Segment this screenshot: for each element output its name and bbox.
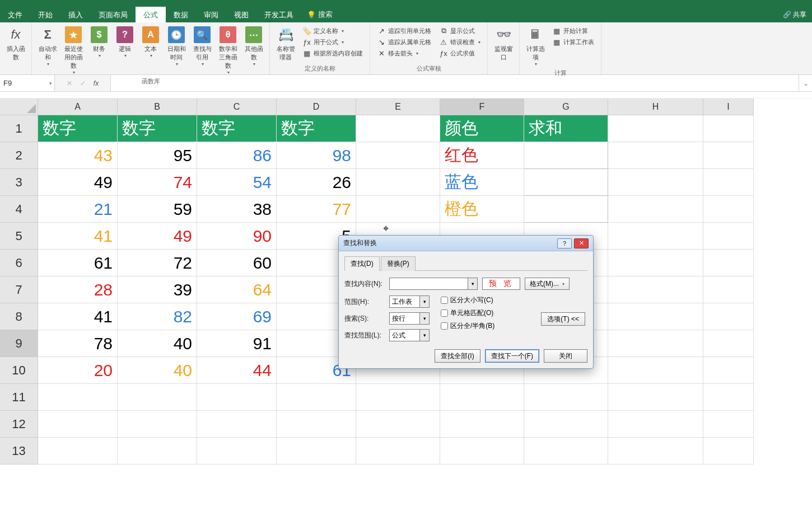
- find-what-input[interactable]: [389, 278, 468, 290]
- cell-C11[interactable]: [197, 384, 277, 411]
- cell-B7[interactable]: 39: [118, 276, 197, 303]
- tab-home[interactable]: 开始: [30, 7, 60, 22]
- cell-B3[interactable]: 74: [118, 169, 197, 196]
- watch-window-button[interactable]: 👓 监视窗口: [491, 25, 516, 72]
- expand-formula-bar-icon[interactable]: ⌄: [799, 75, 812, 91]
- match-byte-checkbox[interactable]: 区分全/半角(B): [441, 321, 494, 331]
- cell-I6[interactable]: [703, 250, 754, 276]
- name-manager-button[interactable]: 📇 名称管理器: [273, 25, 298, 63]
- cell-H4[interactable]: [608, 196, 703, 223]
- cell-G12[interactable]: [524, 411, 608, 438]
- cell-C8[interactable]: 69: [197, 303, 277, 330]
- cell-F4[interactable]: 橙色: [440, 196, 524, 223]
- cell-E11[interactable]: [356, 384, 440, 411]
- cell-A7[interactable]: 28: [38, 276, 118, 303]
- cell-A2[interactable]: 43: [38, 142, 118, 169]
- cell-I9[interactable]: [703, 330, 754, 357]
- row-header-2[interactable]: 2: [0, 142, 38, 169]
- cell-E13[interactable]: [356, 438, 440, 465]
- cell-C12[interactable]: [197, 411, 277, 438]
- cell-F2[interactable]: 红色: [440, 142, 524, 169]
- recent-functions-button[interactable]: ★ 最近使用的函数▾: [61, 25, 86, 76]
- find-what-dropdown[interactable]: ▾: [468, 278, 478, 290]
- col-header-D[interactable]: D: [277, 98, 356, 115]
- cell-B9[interactable]: 40: [118, 330, 197, 357]
- cell-A6[interactable]: 61: [38, 250, 118, 276]
- cell-H6[interactable]: [608, 250, 703, 276]
- tell-me-search[interactable]: 💡 搜索: [301, 7, 338, 22]
- row-header-12[interactable]: 12: [0, 411, 38, 438]
- find-next-button[interactable]: 查找下一个(F): [485, 349, 539, 363]
- calculate-now-button[interactable]: ▦开始计算: [551, 26, 595, 36]
- cell-C3[interactable]: 54: [197, 169, 277, 196]
- find-tab[interactable]: 查找(D): [344, 256, 380, 271]
- remove-arrows-button[interactable]: ✕移去箭头▾: [376, 48, 432, 58]
- cell-C6[interactable]: 60: [197, 250, 277, 276]
- cell-I12[interactable]: [703, 411, 754, 438]
- cell-G11[interactable]: [524, 384, 608, 411]
- tab-file[interactable]: 文件: [0, 7, 30, 22]
- select-all-corner[interactable]: [0, 98, 38, 115]
- create-from-selection-button[interactable]: ▦根据所选内容创建: [301, 48, 364, 58]
- cell-A4[interactable]: 21: [38, 196, 118, 223]
- cell-C7[interactable]: 64: [197, 276, 277, 303]
- match-case-checkbox[interactable]: 区分大小写(C): [441, 295, 494, 305]
- evaluate-formula-button[interactable]: ƒx公式求值: [438, 48, 482, 58]
- cell-A10[interactable]: 20: [38, 357, 118, 384]
- cell-I2[interactable]: [703, 142, 754, 169]
- more-functions-button[interactable]: ⋯ 其他函数▾: [241, 25, 266, 76]
- cell-H2[interactable]: [608, 142, 703, 169]
- cell-C10[interactable]: 44: [197, 357, 277, 384]
- tab-layout[interactable]: 页面布局: [91, 7, 136, 22]
- tab-insert[interactable]: 插入: [60, 7, 91, 22]
- help-button[interactable]: ?: [557, 238, 572, 248]
- cell-F1[interactable]: 颜色: [440, 115, 524, 142]
- lookin-dropdown[interactable]: ▾: [419, 329, 430, 341]
- match-entire-checkbox[interactable]: 单元格匹配(O): [441, 308, 494, 318]
- text-button[interactable]: A 文本▾: [138, 25, 163, 76]
- tab-formulas[interactable]: 公式: [136, 7, 166, 22]
- cell-E2[interactable]: [356, 142, 440, 169]
- cell-H3[interactable]: [608, 169, 703, 196]
- col-header-B[interactable]: B: [118, 98, 197, 115]
- cell-I13[interactable]: [703, 438, 754, 465]
- col-header-F[interactable]: F: [440, 98, 524, 115]
- search-direction-dropdown[interactable]: ▾: [419, 312, 430, 325]
- cell-H9[interactable]: [608, 330, 703, 357]
- cell-C1[interactable]: 数字: [197, 115, 277, 142]
- replace-tab[interactable]: 替换(P): [381, 256, 416, 271]
- cell-A12[interactable]: [38, 411, 118, 438]
- row-header-6[interactable]: 6: [0, 250, 38, 276]
- cell-H1[interactable]: [608, 115, 703, 142]
- row-header-13[interactable]: 13: [0, 438, 38, 465]
- cell-B11[interactable]: [118, 384, 197, 411]
- row-header-11[interactable]: 11: [0, 384, 38, 411]
- lookin-select[interactable]: 公式: [389, 329, 419, 341]
- cell-G13[interactable]: [524, 438, 608, 465]
- close-window-button[interactable]: ✕: [574, 238, 589, 248]
- cell-C9[interactable]: 91: [197, 330, 277, 357]
- cell-B8[interactable]: 82: [118, 303, 197, 330]
- calculation-options-button[interactable]: 🖩 计算选项▾: [523, 25, 548, 68]
- format-button[interactable]: 格式(M)...▾: [525, 278, 570, 290]
- cell-I7[interactable]: [703, 276, 754, 303]
- cell-A9[interactable]: 78: [38, 330, 118, 357]
- cell-C13[interactable]: [197, 438, 277, 465]
- cell-H8[interactable]: [608, 303, 703, 330]
- close-button[interactable]: 关闭: [544, 349, 587, 363]
- insert-function-button[interactable]: fx 插入函数: [3, 25, 28, 72]
- cell-A11[interactable]: [38, 384, 118, 411]
- col-header-E[interactable]: E: [356, 98, 440, 115]
- find-all-button[interactable]: 查找全部(I): [435, 349, 480, 363]
- datetime-button[interactable]: 🕒 日期和时间▾: [164, 25, 189, 76]
- row-header-3[interactable]: 3: [0, 169, 38, 196]
- cell-H5[interactable]: [608, 223, 703, 250]
- autosum-button[interactable]: Σ 自动求和▾: [35, 25, 60, 76]
- cell-F3[interactable]: 蓝色: [440, 169, 524, 196]
- col-header-A[interactable]: A: [38, 98, 118, 115]
- search-direction-select[interactable]: 按行: [389, 312, 419, 325]
- cell-D1[interactable]: 数字: [277, 115, 356, 142]
- cell-D2[interactable]: 98: [277, 142, 356, 169]
- cell-B13[interactable]: [118, 438, 197, 465]
- calculate-sheet-button[interactable]: ▦计算工作表: [551, 37, 595, 47]
